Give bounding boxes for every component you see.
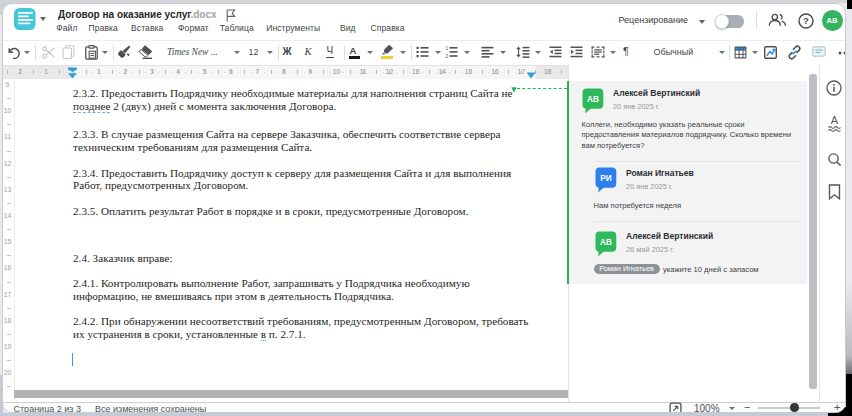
svg-text:?: ?: [803, 15, 809, 26]
svg-text:А: А: [831, 114, 839, 126]
svg-text:АВ: АВ: [600, 238, 612, 247]
svg-text:1: 1: [445, 46, 448, 51]
svg-text:АВ: АВ: [586, 95, 598, 104]
svg-text:РИ: РИ: [600, 174, 611, 183]
svg-text:2: 2: [445, 54, 448, 58]
